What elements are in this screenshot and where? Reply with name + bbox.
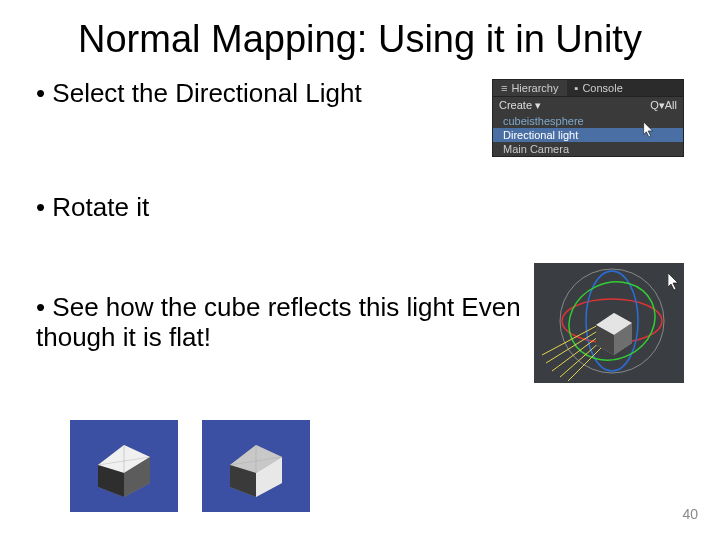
rotate-gizmo-svg <box>534 263 684 383</box>
hierarchy-item-main-camera[interactable]: Main Camera <box>493 142 683 156</box>
cube-1-svg <box>84 431 164 501</box>
cube-example-2 <box>202 420 310 512</box>
create-label: Create <box>499 99 532 111</box>
gizmo-cube <box>596 313 632 355</box>
hierarchy-icon: ≡ <box>501 82 507 94</box>
bullet-3-text: See how the cube reflects this light Eve… <box>36 293 534 353</box>
cursor-icon <box>668 273 680 291</box>
bullet-1-text: Select the Directional Light <box>36 79 492 109</box>
cursor-icon <box>643 122 655 138</box>
cube-example-1 <box>70 420 178 512</box>
slide: Normal Mapping: Using it in Unity Select… <box>0 0 720 540</box>
page-number: 40 <box>682 506 698 522</box>
console-icon: ▪ <box>575 82 579 94</box>
bullet-row-2: Rotate it <box>36 193 684 223</box>
cube-2-svg <box>216 431 296 501</box>
bullet-row-3: See how the cube reflects this light Eve… <box>36 263 684 383</box>
svg-line-4 <box>542 323 602 355</box>
hierarchy-toolbar: Create ▾ Q▾All <box>493 97 683 114</box>
create-dropdown[interactable]: Create ▾ <box>499 99 541 112</box>
bullet-2-text: Rotate it <box>36 193 684 223</box>
search-filter[interactable]: Q▾All <box>650 99 677 112</box>
hierarchy-tabs: ≡ Hierarchy ▪ Console <box>493 80 683 97</box>
bullet-row-1: Select the Directional Light ≡ Hierarchy… <box>36 79 684 157</box>
tab-hierarchy[interactable]: ≡ Hierarchy <box>493 80 567 96</box>
tab-hierarchy-label: Hierarchy <box>511 82 558 94</box>
tab-console[interactable]: ▪ Console <box>567 80 631 96</box>
tab-console-label: Console <box>582 82 622 94</box>
unity-hierarchy-panel: ≡ Hierarchy ▪ Console Create ▾ Q▾All cub… <box>492 79 684 157</box>
cube-examples-row <box>70 420 334 512</box>
slide-title: Normal Mapping: Using it in Unity <box>36 18 684 61</box>
unity-scene-rotate-gizmo <box>534 263 684 383</box>
